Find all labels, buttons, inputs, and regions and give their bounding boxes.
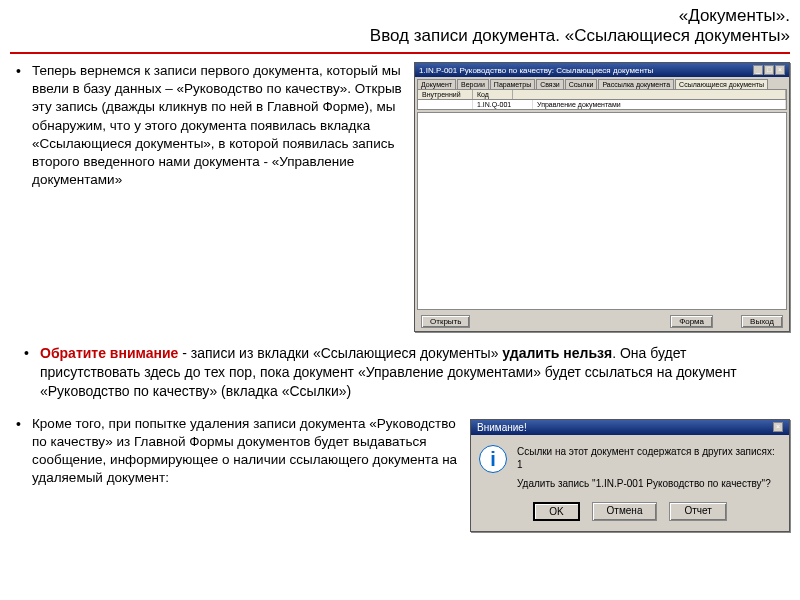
tab-refs[interactable]: Ссылки (565, 79, 598, 89)
note-lead: Обратите внимание (40, 345, 178, 361)
title-line2: Ввод записи документа. «Ссылающиеся доку… (10, 26, 790, 46)
tab-params[interactable]: Параметры (490, 79, 535, 89)
app-title: 1.IN.P-001 Руководство по качеству: Ссыл… (419, 66, 653, 75)
ok-button[interactable]: OK (533, 502, 579, 521)
divider (10, 52, 790, 54)
open-button[interactable]: Открыть (421, 315, 470, 328)
col-spacer (513, 90, 786, 99)
tab-links[interactable]: Связи (536, 79, 564, 89)
bullet-third: Кроме того, при попытке удаления записи … (10, 415, 458, 488)
dialog-titlebar: Внимание! × (471, 420, 789, 435)
cell-code: 1.IN.Q-001 (473, 100, 533, 109)
tab-referencing[interactable]: Ссылающиеся документы (675, 79, 768, 89)
list-row[interactable]: 1.IN.Q-001 Управление документами (417, 100, 787, 110)
dialog-line1: Ссылки на этот документ содержатся в дру… (517, 445, 781, 471)
exit-button[interactable]: Выход (741, 315, 783, 328)
info-icon: i (479, 445, 507, 473)
maximize-icon[interactable]: □ (764, 65, 774, 75)
note-bullet: Обратите внимание - записи из вкладки «С… (18, 344, 782, 401)
tab-document[interactable]: Документ (417, 79, 456, 89)
bullet-third-block: Кроме того, при попытке удаления записи … (10, 415, 458, 494)
app-titlebar: 1.IN.P-001 Руководство по качеству: Ссыл… (415, 63, 789, 77)
warning-dialog: Внимание! × i Ссылки на этот документ со… (470, 419, 790, 532)
dialog-close-icon[interactable]: × (773, 422, 783, 432)
cell-empty (418, 100, 473, 109)
list-area (417, 112, 787, 310)
minimize-icon[interactable]: _ (753, 65, 763, 75)
cancel-button[interactable]: Отмена (592, 502, 658, 521)
form-button[interactable]: Форма (670, 315, 713, 328)
dialog-buttons: OK Отмена Отчет (471, 496, 789, 531)
list-header: Внутренний Код (417, 89, 787, 100)
dialog-title: Внимание! (477, 422, 527, 433)
slide-title: «Документы». Ввод записи документа. «Ссы… (0, 0, 800, 50)
report-button[interactable]: Отчет (669, 502, 726, 521)
title-line1: «Документы». (10, 6, 790, 26)
note-strong: удалить нельзя (502, 345, 612, 361)
col-internal: Внутренний (418, 90, 473, 99)
col-code: Код (473, 90, 513, 99)
app-window: 1.IN.P-001 Руководство по качеству: Ссыл… (414, 62, 790, 332)
dialog-text: Ссылки на этот документ содержатся в дру… (517, 445, 781, 490)
tab-bar: Документ Версии Параметры Связи Ссылки Р… (415, 77, 789, 89)
close-icon[interactable]: × (775, 65, 785, 75)
note-block: Обратите внимание - записи из вкладки «С… (0, 332, 800, 411)
cell-name: Управление документами (533, 100, 786, 109)
dialog-line2: Удалить запись "1.IN.P-001 Руководство п… (517, 477, 781, 490)
tab-dispatch[interactable]: Рассылка документа (598, 79, 674, 89)
tab-versions[interactable]: Версии (457, 79, 489, 89)
bullet-first-block: Теперь вернемся к записи первого докумен… (10, 62, 406, 196)
bullet-first: Теперь вернемся к записи первого докумен… (10, 62, 406, 190)
note-mid: - записи из вкладки «Ссылающиеся докумен… (178, 345, 502, 361)
app-button-row: Открыть Форма Выход (415, 312, 789, 331)
